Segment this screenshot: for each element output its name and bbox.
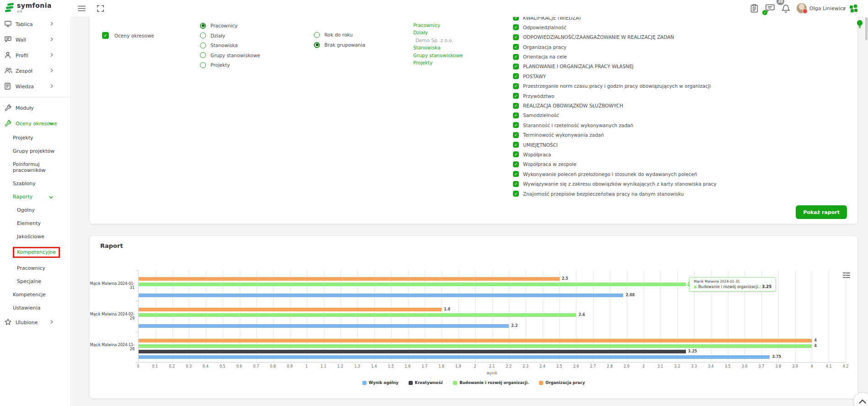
competency-checkbox-wspolpraca-w-zespole[interactable]: ✓Współpraca w zespole <box>513 161 833 167</box>
dimension-link-stanowiska[interactable]: Stanowiska <box>413 44 463 51</box>
sidebar-item-zespol[interactable]: Zespół <box>0 63 70 79</box>
periodic-reviews-checkbox[interactable]: ✓ Oceny okresowe <box>102 32 154 39</box>
sidebar-item-projekty[interactable]: Projekty <box>0 131 70 144</box>
grouping-radio-dzialy[interactable]: Działy <box>200 32 225 39</box>
sidebar-item-tablica[interactable]: Tablica <box>0 16 70 32</box>
apps-icon[interactable] <box>847 0 859 16</box>
sidebar-item-szablony[interactable]: Szablony <box>0 177 70 190</box>
dimension-link-dzialy[interactable]: Działy <box>413 29 463 36</box>
grouping-radio-projekty[interactable]: Projekty <box>200 62 230 68</box>
avatar[interactable] <box>795 0 808 16</box>
sidebar-item-raporty[interactable]: Raporty <box>0 190 70 203</box>
legend-item-kreatywnosc[interactable]: Kreatywność <box>409 380 443 385</box>
chevron-down-icon[interactable] <box>841 0 847 16</box>
sidebar-item-ogolny[interactable]: Ogólny <box>0 203 70 217</box>
bar-wynik-ogolny[interactable] <box>139 355 770 359</box>
bar-organizacja-pracy[interactable] <box>139 308 442 311</box>
competency-checkbox-wspolpraca[interactable]: ✓Współpraca <box>513 151 833 157</box>
clipboard-icon[interactable] <box>749 0 760 16</box>
sidebar-item-wall[interactable]: Wall <box>0 32 70 48</box>
page-scrollbar[interactable] <box>865 17 868 40</box>
sidebar-item-ulubione[interactable]: Ulubione <box>0 315 70 330</box>
bar-budowanie-i-rozwoj-organizacji[interactable] <box>139 313 576 317</box>
sidebar-item-label: Raporty <box>13 194 32 200</box>
grouping-radio-grupy-stanowiskowe[interactable]: Grupy stanowiskowe <box>200 52 260 59</box>
bar-organizacja-pracy[interactable] <box>139 339 812 342</box>
chat-icon[interactable]: ✓ <box>764 0 776 16</box>
sidebar-item-oceny-okresowe[interactable]: Oceny okresowe <box>0 116 70 131</box>
dimension-link-projekty[interactable]: Projekty <box>413 59 463 66</box>
main-content: ✓ Oceny okresowe PracownicyDziałyStanowi… <box>71 16 868 406</box>
competency-checkbox-realizacja-obowiazkow-sluzbowych[interactable]: ✓REALIZACJA OBOWIĄZKÓW SŁUŻBOWYCH <box>513 103 833 109</box>
show-report-button[interactable]: Pokaż raport <box>796 205 847 219</box>
competency-checkbox-przestrzeganie-norm-czasu-pracy-i-godzin[interactable]: ✓Przestrzeganie norm czasu pracy i godzi… <box>513 83 833 89</box>
symfonia-logo[interactable]: symfonia HR <box>5 2 52 14</box>
bar-budowanie-i-rozwoj-organizacji[interactable] <box>139 283 686 286</box>
sidebar-item-jakosciowe[interactable]: Jakościowe <box>0 230 70 243</box>
chart-x-axis-ticks: 00.10.20.30.40.50.60.70.80.911.11.21.31.… <box>138 364 846 370</box>
brand-sub: HR <box>17 10 52 14</box>
competency-checkbox-samodzielnosc[interactable]: ✓Samodzielność <box>513 112 833 118</box>
period-radio-brak-grupowania[interactable]: Brak grupowania <box>314 42 365 48</box>
dimension-link-grupy-stanowiskowe[interactable]: Grupy stanowiskowe <box>413 52 463 59</box>
competency-checkbox-odpowiedzialnosc[interactable]: ✓Odpowiedzialność <box>513 24 833 30</box>
competency-checkbox-orientacja-na-cele[interactable]: ✓Orientacja na cele <box>513 54 833 60</box>
competency-checkbox-umiejetnosci[interactable]: ✓UMIEJĘTNOŚCI <box>513 142 833 148</box>
user-name[interactable]: Olga Liniewicz <box>809 0 846 16</box>
competency-checkbox-postawy[interactable]: ✓POSTAWY <box>513 73 833 79</box>
tooltip-value: 3.25 <box>762 284 771 289</box>
dimension-link-pracownicy[interactable]: Pracownicy <box>413 21 463 29</box>
chart-category-label: Mącik Malwina 2024-02-29 <box>90 301 135 331</box>
competency-checkbox-przywodztwo[interactable]: ✓Przywództwo <box>513 93 833 99</box>
lightbulb-icon[interactable] <box>857 20 863 30</box>
competency-checkbox-planowanie-i-organizacja-pracy-wlasnej[interactable]: ✓PLANOWANIE I ORGANIZACJA PRACY WŁASNEJ <box>513 64 833 69</box>
period-radio-rok-do-roku[interactable]: Rok do roku <box>314 32 353 38</box>
chart-category-label: Mącik Malwina 2024-11-26 <box>90 332 135 363</box>
checkbox-checked-icon: ✓ <box>513 122 519 128</box>
sidebar-item-specjalne[interactable]: Specjalne <box>0 275 70 288</box>
sidebar-item-grupy-projektow[interactable]: Grupy projektów <box>0 144 70 158</box>
sidebar-item-wiedza[interactable]: Wiedza <box>0 79 70 94</box>
sidebar-item-kompetencje[interactable]: Kompetencje <box>0 288 70 301</box>
periodic-reviews-label: Oceny okresowe <box>114 33 154 38</box>
legend-item-wynik-ogolny[interactable]: Wynik ogólny <box>362 380 399 385</box>
chevron-right-icon <box>50 37 53 43</box>
competency-checkbox-wykonywanie-polecen-przelozonego-i-stosu[interactable]: ✓Wykonywanie poleceń przełożonego i stos… <box>513 171 833 177</box>
sidebar-item-moduly[interactable]: Moduły <box>0 100 70 116</box>
sidebar-item-poinformuj-pracownikow[interactable]: Poinformuj pracowników <box>0 158 70 177</box>
competency-label: Organizacja pracy <box>523 44 566 50</box>
grouping-radio-stanowiska[interactable]: Stanowiska <box>200 42 238 48</box>
sidebar-item-kompetencyjne[interactable]: Kompetencyjne <box>0 243 70 262</box>
sidebar-item-profil[interactable]: Profil <box>0 48 70 63</box>
sidebar-item-elementy[interactable]: Elementy <box>0 217 70 230</box>
competency-checkbox-starannosc-i-rzetelnosc-wykonywanych-zad[interactable]: ✓Staranność i rzetelność wykonywanych za… <box>513 122 833 128</box>
hamburger-icon[interactable] <box>76 0 87 16</box>
competency-checkbox-wywiazywanie-sie-z-zakresu-obowiazkow-wy[interactable]: ✓Wywiązywanie się z zakresu obowiązków w… <box>513 181 833 187</box>
x-tick-label: 3.5 <box>725 364 731 369</box>
bar-budowanie-i-rozwoj-organizacji[interactable] <box>139 344 812 348</box>
competency-checkbox-znajomosc-przepisow-bezpieczenstwa-pracy[interactable]: ✓Znajomość przepisów bezpieczeństwa prac… <box>513 191 833 197</box>
competency-checkbox-kwalifikacje-wiedza[interactable]: ✓KWALIFIKACJE (WIEDZA) <box>513 17 833 21</box>
grouping-radio-pracownicy[interactable]: Pracownicy <box>200 22 237 29</box>
radio-icon <box>200 52 206 58</box>
legend-item-organizacja-pracy[interactable]: Organizacja pracy <box>539 380 585 385</box>
x-tick-label: 1.4 <box>371 364 377 369</box>
bar-kreatywnosc[interactable] <box>139 350 686 353</box>
bar-wynik-ogolny[interactable] <box>139 324 509 328</box>
sidebar-item-pracownicy[interactable]: Pracownicy <box>0 262 70 275</box>
x-tick-label: 2.2 <box>506 364 512 369</box>
competency-checkbox-terminowosc-wykonywania-zadan[interactable]: ✓Terminowość wykonywania zadań <box>513 132 833 138</box>
sidebar-item-ustawienia[interactable]: Ustawienia <box>0 301 70 315</box>
fullscreen-icon[interactable] <box>95 0 106 16</box>
bar-organizacja-pracy[interactable] <box>139 277 560 281</box>
x-tick-label: 1.5 <box>388 364 394 369</box>
bar-value-label: 4 <box>814 344 817 348</box>
bar-wynik-ogolny[interactable] <box>139 294 623 297</box>
legend-item-budowanie-i-rozwoj-organizacji[interactable]: Budowanie i rozwój organizacji. <box>453 380 529 385</box>
bell-icon[interactable]: 38 <box>780 0 792 16</box>
competency-checkbox-odpowiedzialnosc-zaangazowanie-w-realiza[interactable]: ✓ODPOWIEDZIALNOŚĆ/ZAANGAŻOWANIE W REALIZ… <box>513 34 833 40</box>
competency-checkbox-organizacja-pracy[interactable]: ✓Organizacja pracy <box>513 44 833 50</box>
sidebar-item-label: Ogólny <box>17 207 35 213</box>
legend-swatch <box>453 381 457 385</box>
legend-label: Wynik ogólny <box>369 380 399 385</box>
